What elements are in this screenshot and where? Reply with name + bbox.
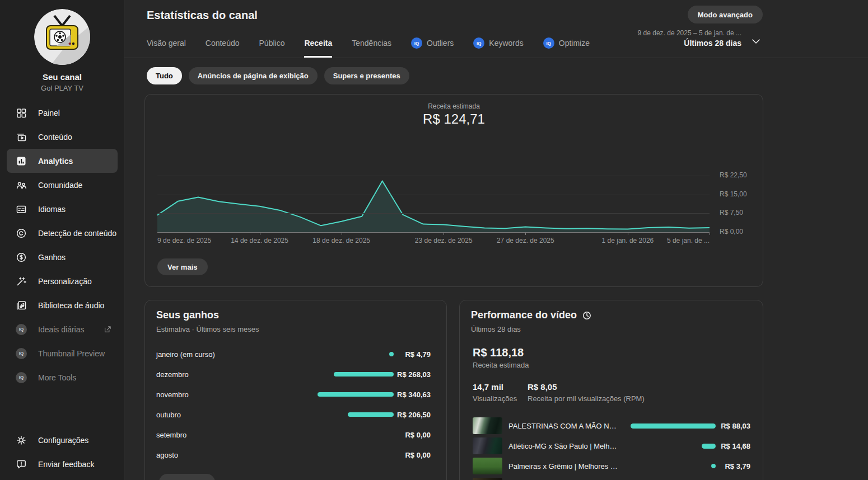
video-thumbnail (473, 417, 502, 434)
sidebar: Seu canal Gol PLAY TV PainelConteúdoAnal… (0, 0, 124, 480)
tab-keywords[interactable]: iQKeywords (473, 32, 523, 58)
tab-conte-do[interactable]: Conteúdo (206, 32, 240, 58)
video-revenue-bar (631, 423, 716, 429)
filter-chip-bar: TudoAnúncios de página de exibiçãoSupers… (147, 67, 409, 84)
tab-vis-o-geral[interactable]: Visão geral (147, 32, 186, 58)
earnings-month-label: dezembro (156, 370, 284, 379)
sidebar-item-comunidade[interactable]: Comunidade (0, 173, 124, 197)
sidebar-item-label: Detecção de conteúdo (38, 229, 116, 238)
chevron-down-icon[interactable] (750, 36, 762, 47)
sidebar-item-painel[interactable]: Painel (0, 101, 124, 125)
revenue-chart-card: Receita estimada R$ 124,71 Ver mais R$ 2… (144, 94, 763, 287)
tab-optimize[interactable]: iQOptimize (543, 32, 590, 58)
performance-card-title: Performance do vídeo (471, 309, 591, 321)
chart-gridline (157, 176, 710, 176)
earnings-month-label: outubro (156, 411, 284, 419)
audio-library-icon (16, 300, 27, 311)
x-axis-tick-label: 18 de dez. de 2025 (312, 237, 370, 244)
earnings-bar (348, 412, 394, 417)
video-row[interactable]: PALESTRINAS COM A MÃO NA TAÇA! P...R$ 88… (460, 416, 763, 436)
sidebar-item-more-tools[interactable]: iQMore Tools (0, 365, 124, 389)
performance-card-title-text: Performance do vídeo (471, 309, 577, 321)
sidebar-item-conte-do[interactable]: Conteúdo (0, 125, 124, 149)
y-axis-tick-label: R$ 7,50 (720, 209, 743, 217)
earnings-month-label: agosto (156, 451, 284, 459)
y-axis-tick-label: R$ 15,00 (720, 190, 747, 198)
sidebar-item-biblioteca-de-udio[interactable]: Biblioteca de áudio (0, 293, 124, 317)
video-thumbnail (473, 458, 502, 474)
advanced-mode-button[interactable]: Modo avançado (688, 6, 763, 23)
video-bar-zone (625, 423, 716, 429)
sidebar-item-configura-es[interactable]: Configurações (0, 428, 124, 452)
page-header: Estatísticas do canal Modo avançado Visã… (124, 0, 868, 58)
video-revenue-value: R$ 3,79 (716, 462, 750, 470)
earnings-bar-zone (284, 453, 394, 457)
chart-gridline (157, 213, 710, 214)
sidebar-item-personaliza-o[interactable]: Personalização (0, 269, 124, 293)
video-row[interactable]: Palmeiras x Grêmio | Melhores Moment...R… (460, 456, 763, 476)
sidebar-item-ideais-di-rias[interactable]: iQIdeais diárias (0, 317, 124, 341)
x-axis-tick-label: 1 de jan. de 2026 (602, 237, 654, 244)
analytics-icon (16, 156, 27, 167)
earnings-card-title: Seus ganhos (156, 309, 219, 321)
video-title: Atlético-MG x São Paulo | Melhores Mo... (508, 442, 620, 450)
views-stat: 14,7 mil Visualizações (473, 382, 517, 403)
video-row[interactable]: Atlético-MG x São Paulo | Melhores Mo...… (460, 436, 763, 456)
earnings-value: R$ 340,63 (394, 390, 431, 399)
clock-icon (582, 311, 591, 320)
earnings-partial-button[interactable] (159, 474, 215, 480)
sidebar-item-detec-o-de-conte-do[interactable]: Detecção de conteúdo (0, 221, 124, 245)
video-performance-card: Performance do vídeo Últimos 28 dias R$ … (459, 300, 763, 480)
content-icon (16, 131, 27, 143)
video-thumbnail (473, 478, 502, 480)
x-axis-tick-label: 23 de dez. de 2025 (415, 237, 473, 244)
video-revenue-value: R$ 88,03 (716, 422, 750, 430)
page-title: Estatísticas do canal (147, 9, 258, 22)
tab-receita[interactable]: Receita (304, 32, 332, 58)
sidebar-item-idiomas[interactable]: Idiomas (0, 197, 124, 221)
external-link-icon (103, 325, 112, 334)
filter-chip-an-ncios-de-p-gina-de-exibi-o[interactable]: Anúncios de página de exibição (189, 67, 318, 84)
x-axis-tick-label: 9 de dez. de 2025 (157, 237, 211, 244)
video-revenue-value: R$ 14,68 (716, 442, 750, 450)
channel-avatar (0, 9, 124, 65)
earnings-row-agosto: agostoR$ 0,00 (145, 445, 446, 465)
community-icon (16, 180, 27, 191)
sidebar-item-enviar-feedback[interactable]: Enviar feedback (0, 452, 124, 476)
x-axis-tick-label: 14 de dez. de 2025 (231, 237, 288, 244)
subtitles-icon (16, 204, 27, 215)
sidebar-item-analytics[interactable]: Analytics (7, 149, 118, 173)
earnings-value: R$ 0,00 (394, 451, 431, 459)
sidebar-item-label: Idiomas (38, 205, 66, 214)
performance-revenue-label: Receita estimada (473, 361, 529, 369)
earnings-row-setembro: setembroR$ 0,00 (145, 425, 446, 445)
x-axis-tick-mark (444, 233, 444, 235)
filter-chip-tudo[interactable]: Tudo (147, 67, 182, 84)
video-bar-zone (625, 444, 716, 449)
app-root: Seu canal Gol PLAY TV PainelConteúdoAnal… (0, 0, 868, 480)
date-range-selector[interactable]: 9 de dez. de 2025 – 5 de jan. de ... Últ… (638, 29, 741, 48)
earnings-bar-zone (284, 432, 394, 437)
chart-x-axis-line (157, 232, 710, 233)
earnings-bar (334, 372, 394, 377)
tab-label: Conteúdo (206, 39, 240, 48)
sidebar-item-thumbnail-preview[interactable]: iQThumbnail Preview (0, 341, 124, 365)
tab-label: Outliers (427, 39, 454, 48)
see-more-button[interactable]: Ver mais (157, 258, 208, 275)
filter-chip-supers-e-presentes[interactable]: Supers e presentes (324, 67, 409, 84)
tab-tend-ncias[interactable]: Tendências (352, 32, 391, 58)
earnings-card-subtitle: Estimativa · Últimos seis meses (156, 325, 259, 333)
revenue-line-chart (157, 163, 710, 232)
tab-p-blico[interactable]: Público (259, 32, 285, 58)
sidebar-item-ganhos[interactable]: Ganhos (0, 245, 124, 269)
earnings-value: R$ 206,50 (394, 411, 431, 419)
vidiq-badge-icon: iQ (473, 37, 484, 49)
sidebar-nav: PainelConteúdoAnalyticsComunidadeIdiomas… (0, 101, 124, 389)
earnings-value: R$ 268,03 (394, 370, 431, 379)
earnings-bar (318, 392, 394, 397)
earnings-value: R$ 4,79 (394, 350, 431, 359)
sidebar-item-label: Conteúdo (38, 133, 72, 142)
y-axis-tick-label: R$ 22,50 (720, 171, 747, 179)
tab-bar: Visão geralConteúdoPúblicoReceitaTendênc… (147, 32, 590, 58)
tab-outliers[interactable]: iQOutliers (411, 32, 454, 58)
